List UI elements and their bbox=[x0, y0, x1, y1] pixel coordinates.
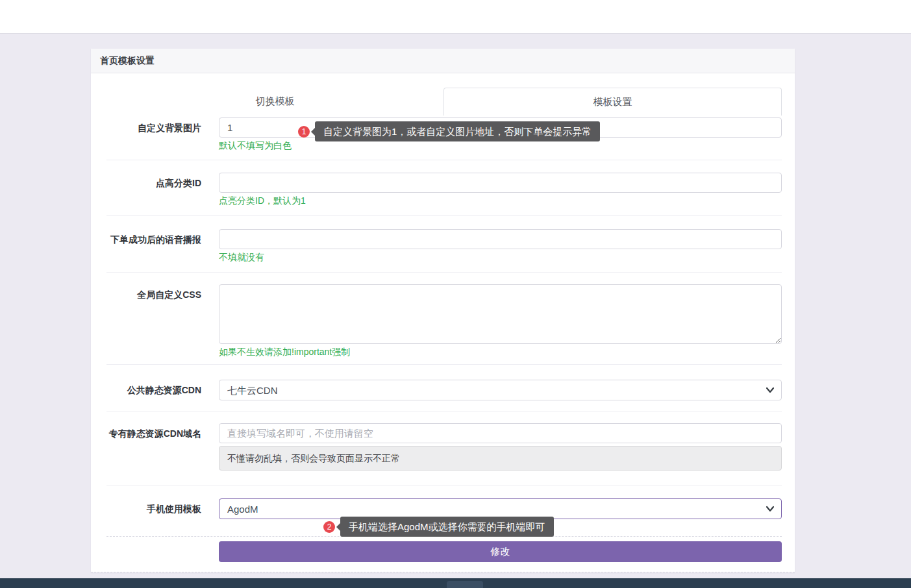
category-id-hint: 点亮分类ID，默认为1 bbox=[219, 196, 782, 206]
template-tabs: 切换模板 模板设置 bbox=[106, 88, 782, 116]
custom-css-control: 如果不生效请添加!important强制 bbox=[219, 284, 782, 357]
footer-handle bbox=[447, 581, 483, 588]
save-button[interactable]: 修改 bbox=[219, 541, 782, 562]
annotation-tooltip-1: 自定义背景图为1，或者自定义图片地址，否则下单会提示异常 bbox=[315, 121, 600, 141]
public-cdn-label: 公共静态资源CDN bbox=[106, 380, 201, 400]
card-header: 首页模板设置 bbox=[91, 49, 795, 73]
tab-switch-template[interactable]: 切换模板 bbox=[106, 88, 443, 116]
form-row-custom-css: 全局自定义CSS 如果不生效请添加!important强制 bbox=[106, 273, 782, 365]
mobile-template-control: AgodM 2 手机端选择AgodM或选择你需要的手机端即可 bbox=[219, 498, 782, 519]
form-row-category-id: 点高分类ID 点亮分类ID，默认为1 bbox=[106, 160, 782, 216]
annotation-badge-1: 1 bbox=[298, 126, 310, 138]
category-id-label: 点高分类ID bbox=[106, 173, 201, 206]
annotation-badge-2: 2 bbox=[323, 521, 335, 533]
public-cdn-control: 七牛云CDN bbox=[219, 380, 782, 400]
voice-input[interactable] bbox=[219, 229, 782, 249]
tab-switch-template-label: 切换模板 bbox=[256, 95, 295, 108]
form-row-cdn-domain: 专有静态资源CDN域名 不懂请勿乱填，否则会导致页面显示不正常 bbox=[106, 411, 782, 485]
cdn-domain-note: 不懂请勿乱填，否则会导致页面显示不正常 bbox=[219, 446, 782, 471]
card-body: 切换模板 模板设置 自定义背景图片 1 自定义背景图为1，或者自定义图片地址，否… bbox=[91, 73, 795, 572]
bg-image-hint: 默认不填写为白色 bbox=[219, 141, 782, 151]
voice-hint: 不填就没有 bbox=[219, 252, 782, 262]
cdn-domain-input[interactable] bbox=[219, 423, 782, 443]
top-navigation-bar bbox=[0, 0, 911, 34]
category-id-control: 点亮分类ID，默认为1 bbox=[219, 173, 782, 206]
form-row-mobile-template: 手机使用模板 AgodM 2 手机端选择AgodM或选择你需要的手机端即可 bbox=[106, 485, 782, 537]
submit-spacer bbox=[106, 541, 201, 562]
tab-template-settings-label: 模板设置 bbox=[593, 96, 632, 108]
annotation-1: 1 自定义背景图为1，或者自定义图片地址，否则下单会提示异常 bbox=[298, 121, 600, 141]
bg-image-control: 1 自定义背景图为1，或者自定义图片地址，否则下单会提示异常 默认不填写为白色 bbox=[219, 117, 782, 151]
submit-control: 修改 bbox=[219, 541, 782, 562]
cdn-domain-label: 专有静态资源CDN域名 bbox=[106, 423, 201, 471]
card-title: 首页模板设置 bbox=[100, 55, 155, 67]
tab-template-settings[interactable]: 模板设置 bbox=[443, 88, 782, 116]
settings-card: 首页模板设置 切换模板 模板设置 自定义背景图片 1 自定义背景图为1，或者自定… bbox=[91, 49, 795, 572]
form-row-bg-image: 自定义背景图片 1 自定义背景图为1，或者自定义图片地址，否则下单会提示异常 默… bbox=[106, 116, 782, 160]
form-row-submit: 修改 bbox=[106, 537, 782, 562]
custom-css-textarea[interactable] bbox=[219, 284, 782, 344]
category-id-input[interactable] bbox=[219, 173, 782, 193]
bottom-footer-bar bbox=[0, 578, 911, 588]
public-cdn-select-wrap: 七牛云CDN bbox=[219, 380, 782, 400]
mobile-template-label: 手机使用模板 bbox=[106, 498, 201, 519]
custom-css-hint: 如果不生效请添加!important强制 bbox=[219, 347, 782, 357]
annotation-tooltip-2: 手机端选择AgodM或选择你需要的手机端即可 bbox=[340, 517, 554, 537]
custom-css-label: 全局自定义CSS bbox=[106, 284, 201, 357]
public-cdn-select[interactable]: 七牛云CDN bbox=[219, 380, 782, 400]
voice-label: 下单成功后的语音播报 bbox=[106, 229, 201, 262]
cdn-domain-control: 不懂请勿乱填，否则会导致页面显示不正常 bbox=[219, 423, 782, 471]
form-row-voice: 下单成功后的语音播报 不填就没有 bbox=[106, 216, 782, 273]
voice-control: 不填就没有 bbox=[219, 229, 782, 262]
form-row-public-cdn: 公共静态资源CDN 七牛云CDN bbox=[106, 365, 782, 411]
bg-image-label: 自定义背景图片 bbox=[106, 117, 201, 151]
annotation-2: 2 手机端选择AgodM或选择你需要的手机端即可 bbox=[323, 517, 554, 537]
